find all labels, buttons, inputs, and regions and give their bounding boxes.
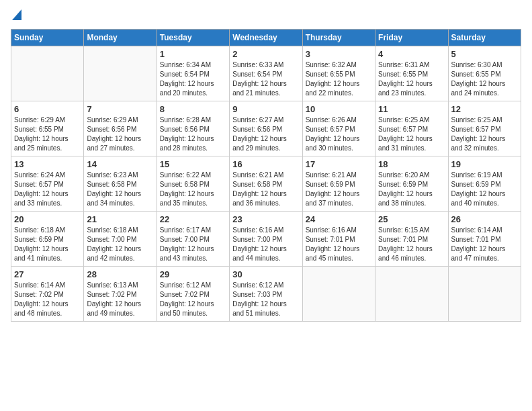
calendar-cell: 8Sunrise: 6:28 AM Sunset: 6:56 PM Daylig… bbox=[157, 101, 229, 156]
calendar-table: Sunday Monday Tuesday Wednesday Thursday… bbox=[11, 29, 521, 322]
calendar-cell: 5Sunrise: 6:30 AM Sunset: 6:55 PM Daylig… bbox=[448, 46, 521, 101]
page-header bbox=[11, 11, 521, 24]
calendar-cell: 4Sunrise: 6:31 AM Sunset: 6:55 PM Daylig… bbox=[375, 46, 448, 101]
calendar-cell: 3Sunrise: 6:32 AM Sunset: 6:55 PM Daylig… bbox=[302, 46, 375, 101]
day-number: 9 bbox=[232, 104, 299, 114]
cell-info: Sunrise: 6:33 AM Sunset: 6:54 PM Dayligh… bbox=[232, 60, 299, 98]
cell-info: Sunrise: 6:12 AM Sunset: 7:03 PM Dayligh… bbox=[232, 281, 299, 318]
calendar-cell: 12Sunrise: 6:25 AM Sunset: 6:57 PM Dayli… bbox=[448, 101, 521, 156]
week-row-4: 27Sunrise: 6:14 AM Sunset: 7:02 PM Dayli… bbox=[11, 267, 521, 322]
cell-info: Sunrise: 6:18 AM Sunset: 7:00 PM Dayligh… bbox=[87, 226, 153, 263]
day-number: 22 bbox=[160, 214, 226, 224]
day-number: 30 bbox=[232, 269, 299, 279]
logo bbox=[11, 11, 21, 24]
calendar-cell: 16Sunrise: 6:21 AM Sunset: 6:58 PM Dayli… bbox=[230, 156, 302, 212]
calendar-cell: 18Sunrise: 6:20 AM Sunset: 6:59 PM Dayli… bbox=[375, 156, 448, 212]
calendar-cell: 17Sunrise: 6:21 AM Sunset: 6:59 PM Dayli… bbox=[302, 156, 375, 212]
calendar-cell: 21Sunrise: 6:18 AM Sunset: 7:00 PM Dayli… bbox=[84, 212, 157, 267]
calendar-cell bbox=[448, 267, 521, 322]
calendar-cell: 13Sunrise: 6:24 AM Sunset: 6:57 PM Dayli… bbox=[11, 156, 84, 212]
cell-info: Sunrise: 6:21 AM Sunset: 6:58 PM Dayligh… bbox=[232, 171, 299, 208]
day-number: 20 bbox=[14, 214, 81, 224]
day-number: 29 bbox=[160, 269, 226, 279]
day-number: 14 bbox=[87, 159, 153, 169]
day-number: 24 bbox=[306, 214, 372, 224]
calendar-body: 1Sunrise: 6:34 AM Sunset: 6:54 PM Daylig… bbox=[11, 46, 521, 322]
day-number: 4 bbox=[378, 49, 445, 59]
cell-info: Sunrise: 6:22 AM Sunset: 6:58 PM Dayligh… bbox=[160, 171, 226, 208]
day-number: 26 bbox=[451, 214, 518, 224]
cell-info: Sunrise: 6:31 AM Sunset: 6:55 PM Dayligh… bbox=[378, 60, 445, 98]
header-row: Sunday Monday Tuesday Wednesday Thursday… bbox=[11, 30, 521, 46]
day-number: 23 bbox=[232, 214, 299, 224]
day-number: 12 bbox=[451, 104, 518, 114]
col-sunday: Sunday bbox=[11, 30, 84, 46]
calendar-cell bbox=[302, 267, 375, 322]
calendar-cell bbox=[11, 46, 84, 101]
cell-info: Sunrise: 6:14 AM Sunset: 7:01 PM Dayligh… bbox=[451, 226, 518, 263]
day-number: 21 bbox=[87, 214, 153, 224]
calendar-cell: 7Sunrise: 6:29 AM Sunset: 6:56 PM Daylig… bbox=[84, 101, 157, 156]
day-number: 8 bbox=[160, 104, 226, 114]
calendar-cell: 28Sunrise: 6:13 AM Sunset: 7:02 PM Dayli… bbox=[84, 267, 157, 322]
calendar-cell: 14Sunrise: 6:23 AM Sunset: 6:58 PM Dayli… bbox=[84, 156, 157, 212]
day-number: 5 bbox=[451, 49, 518, 59]
day-number: 16 bbox=[232, 159, 299, 169]
calendar-cell: 19Sunrise: 6:19 AM Sunset: 6:59 PM Dayli… bbox=[448, 156, 521, 212]
day-number: 3 bbox=[306, 49, 372, 59]
calendar-header: Sunday Monday Tuesday Wednesday Thursday… bbox=[11, 30, 521, 46]
cell-info: Sunrise: 6:19 AM Sunset: 6:59 PM Dayligh… bbox=[451, 171, 518, 208]
cell-info: Sunrise: 6:23 AM Sunset: 6:58 PM Dayligh… bbox=[87, 171, 153, 208]
cell-info: Sunrise: 6:25 AM Sunset: 6:57 PM Dayligh… bbox=[378, 116, 445, 153]
cell-info: Sunrise: 6:16 AM Sunset: 7:00 PM Dayligh… bbox=[232, 226, 299, 263]
day-number: 6 bbox=[14, 104, 81, 114]
week-row-2: 13Sunrise: 6:24 AM Sunset: 6:57 PM Dayli… bbox=[11, 156, 521, 212]
calendar-cell: 20Sunrise: 6:18 AM Sunset: 6:59 PM Dayli… bbox=[11, 212, 84, 267]
calendar-cell: 29Sunrise: 6:12 AM Sunset: 7:02 PM Dayli… bbox=[157, 267, 229, 322]
calendar-cell: 11Sunrise: 6:25 AM Sunset: 6:57 PM Dayli… bbox=[375, 101, 448, 156]
day-number: 17 bbox=[306, 159, 372, 169]
day-number: 7 bbox=[87, 104, 153, 114]
day-number: 25 bbox=[378, 214, 445, 224]
cell-info: Sunrise: 6:16 AM Sunset: 7:01 PM Dayligh… bbox=[306, 226, 372, 263]
cell-info: Sunrise: 6:34 AM Sunset: 6:54 PM Dayligh… bbox=[160, 60, 226, 98]
day-number: 1 bbox=[160, 49, 226, 59]
calendar-cell: 9Sunrise: 6:27 AM Sunset: 6:56 PM Daylig… bbox=[230, 101, 302, 156]
day-number: 28 bbox=[87, 269, 153, 279]
cell-info: Sunrise: 6:24 AM Sunset: 6:57 PM Dayligh… bbox=[14, 171, 81, 208]
cell-info: Sunrise: 6:12 AM Sunset: 7:02 PM Dayligh… bbox=[160, 281, 226, 318]
calendar-cell: 10Sunrise: 6:26 AM Sunset: 6:57 PM Dayli… bbox=[302, 101, 375, 156]
cell-info: Sunrise: 6:32 AM Sunset: 6:55 PM Dayligh… bbox=[306, 60, 372, 98]
cell-info: Sunrise: 6:29 AM Sunset: 6:56 PM Dayligh… bbox=[87, 116, 153, 153]
cell-info: Sunrise: 6:27 AM Sunset: 6:56 PM Dayligh… bbox=[232, 116, 299, 153]
col-monday: Monday bbox=[84, 30, 157, 46]
col-thursday: Thursday bbox=[302, 30, 375, 46]
cell-info: Sunrise: 6:14 AM Sunset: 7:02 PM Dayligh… bbox=[14, 281, 81, 318]
calendar-cell: 2Sunrise: 6:33 AM Sunset: 6:54 PM Daylig… bbox=[230, 46, 302, 101]
calendar-cell: 24Sunrise: 6:16 AM Sunset: 7:01 PM Dayli… bbox=[302, 212, 375, 267]
week-row-1: 6Sunrise: 6:29 AM Sunset: 6:55 PM Daylig… bbox=[11, 101, 521, 156]
col-wednesday: Wednesday bbox=[230, 30, 302, 46]
calendar-cell: 30Sunrise: 6:12 AM Sunset: 7:03 PM Dayli… bbox=[230, 267, 302, 322]
cell-info: Sunrise: 6:17 AM Sunset: 7:00 PM Dayligh… bbox=[160, 226, 226, 263]
calendar-cell: 23Sunrise: 6:16 AM Sunset: 7:00 PM Dayli… bbox=[230, 212, 302, 267]
calendar-cell: 25Sunrise: 6:15 AM Sunset: 7:01 PM Dayli… bbox=[375, 212, 448, 267]
week-row-3: 20Sunrise: 6:18 AM Sunset: 6:59 PM Dayli… bbox=[11, 212, 521, 267]
cell-info: Sunrise: 6:30 AM Sunset: 6:55 PM Dayligh… bbox=[451, 60, 518, 98]
day-number: 18 bbox=[378, 159, 445, 169]
day-number: 19 bbox=[451, 159, 518, 169]
calendar-cell: 1Sunrise: 6:34 AM Sunset: 6:54 PM Daylig… bbox=[157, 46, 229, 101]
calendar-cell: 26Sunrise: 6:14 AM Sunset: 7:01 PM Dayli… bbox=[448, 212, 521, 267]
cell-info: Sunrise: 6:15 AM Sunset: 7:01 PM Dayligh… bbox=[378, 226, 445, 263]
cell-info: Sunrise: 6:18 AM Sunset: 6:59 PM Dayligh… bbox=[14, 226, 81, 263]
col-friday: Friday bbox=[375, 30, 448, 46]
day-number: 10 bbox=[306, 104, 372, 114]
col-saturday: Saturday bbox=[448, 30, 521, 46]
day-number: 27 bbox=[14, 269, 81, 279]
day-number: 13 bbox=[14, 159, 81, 169]
calendar-cell: 6Sunrise: 6:29 AM Sunset: 6:55 PM Daylig… bbox=[11, 101, 84, 156]
cell-info: Sunrise: 6:21 AM Sunset: 6:59 PM Dayligh… bbox=[306, 171, 372, 208]
cell-info: Sunrise: 6:13 AM Sunset: 7:02 PM Dayligh… bbox=[87, 281, 153, 318]
logo-triangle-icon bbox=[12, 9, 21, 20]
day-number: 15 bbox=[160, 159, 226, 169]
